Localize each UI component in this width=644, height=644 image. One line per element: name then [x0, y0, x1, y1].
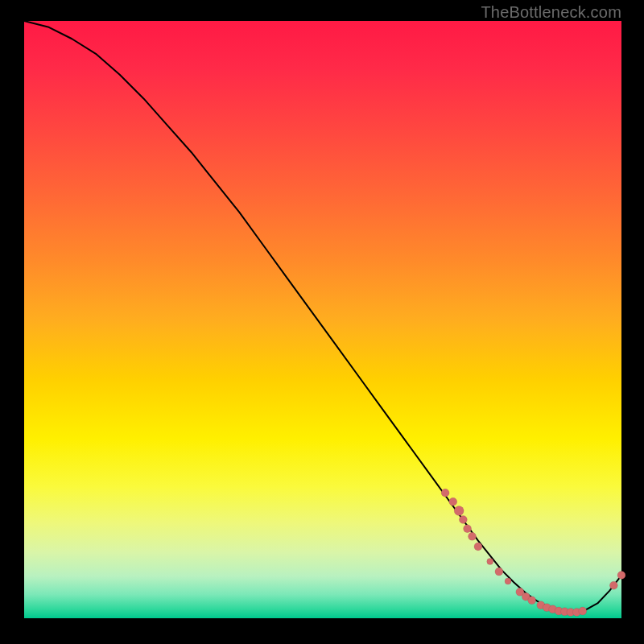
data-point — [487, 559, 493, 565]
data-point — [495, 568, 503, 576]
data-point — [454, 506, 464, 515]
data-points — [441, 489, 625, 616]
bottleneck-curve — [24, 21, 621, 613]
data-point — [617, 572, 625, 580]
plot-area — [24, 21, 621, 618]
data-point — [464, 525, 472, 533]
watermark-text: TheBottleneck.com — [481, 3, 621, 22]
data-point — [579, 607, 587, 615]
data-point — [449, 497, 457, 506]
data-point — [474, 543, 482, 551]
data-point — [609, 581, 617, 589]
chart-container: TheBottleneck.com — [0, 0, 644, 644]
data-point — [469, 532, 477, 540]
curve-svg — [24, 21, 621, 618]
data-point — [528, 597, 536, 605]
data-point — [505, 578, 511, 584]
data-point — [459, 516, 467, 524]
data-point — [441, 489, 449, 497]
